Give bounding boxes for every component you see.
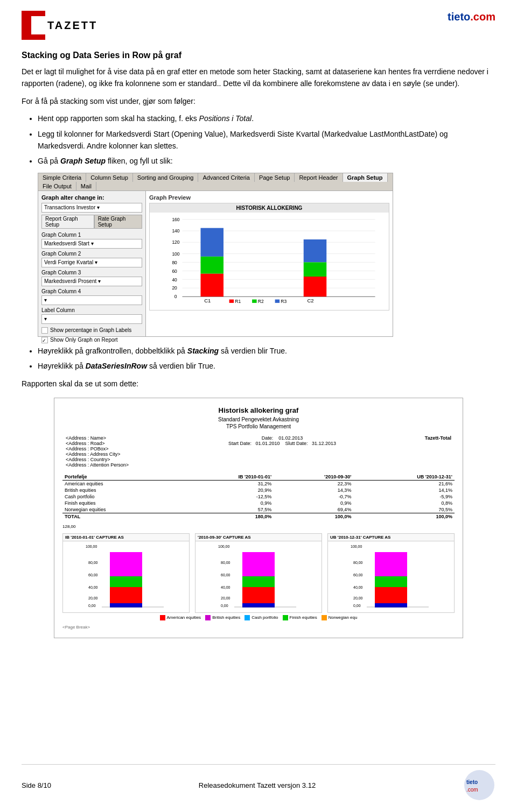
svg-text:20: 20 bbox=[172, 285, 177, 291]
graph-col4-dropdown[interactable]: ▾ bbox=[41, 295, 142, 305]
tab-sorting[interactable]: Sorting and Grouping bbox=[133, 173, 199, 182]
svg-text:80,00: 80,00 bbox=[221, 561, 230, 564]
svg-rect-66 bbox=[375, 552, 407, 576]
list-item-dataseriesinrow: Høyreklikk på DataSeriesInRow så verdien… bbox=[38, 360, 495, 372]
address-line: <Address : POBox> bbox=[66, 446, 169, 451]
page-header: TAZETT tieto.com bbox=[22, 11, 495, 40]
section-title: Stacking og Data Series in Row på graf bbox=[22, 51, 495, 60]
stacking-text: Stacking bbox=[187, 347, 219, 355]
paragraph1: Det er lagt til mulighet for å vise data… bbox=[22, 66, 495, 90]
tazett-logo-text: TAZETT bbox=[47, 19, 97, 32]
sub-tab-report-graph[interactable]: Report Graph Setup bbox=[41, 215, 94, 229]
graph-col3-label: Graph Column 3 bbox=[41, 270, 142, 276]
legend-color-cash bbox=[244, 615, 250, 620]
tab-report-header[interactable]: Report Header bbox=[295, 173, 343, 182]
tab-advanced[interactable]: Advanced Criteria bbox=[198, 173, 254, 182]
address-line: <Address : Name> bbox=[66, 435, 169, 441]
legend-color-british bbox=[205, 615, 211, 620]
sub-tab-rate-graph[interactable]: Rate Graph Setup bbox=[94, 215, 142, 229]
graph-preview-panel: Graph Preview HISTORISK ALLOKERING 160 1… bbox=[146, 191, 393, 336]
graph-col2-label: Graph Column 2 bbox=[41, 251, 142, 257]
graph-alter-title: Graph alter change in: bbox=[41, 194, 142, 201]
legend-american: American equities bbox=[160, 615, 201, 620]
svg-rect-42 bbox=[110, 552, 142, 576]
company-name: Tazett-Total bbox=[395, 435, 451, 441]
svg-rect-26 bbox=[304, 277, 327, 296]
label-col-dropdown[interactable]: ▾ bbox=[41, 314, 142, 324]
preview-chart-svg: 160 140 120 100 80 60 40 20 0 bbox=[150, 213, 389, 304]
col-header-q3: '2010-09-30' bbox=[274, 474, 353, 481]
svg-text:60,00: 60,00 bbox=[88, 573, 98, 577]
tab-graph-setup[interactable]: Graph Setup bbox=[343, 173, 388, 182]
svg-text:C2: C2 bbox=[307, 298, 313, 303]
list-item: Gå på Graph Setup fliken, og fyll ut sli… bbox=[38, 155, 495, 167]
graph-preview-title: Graph Preview bbox=[149, 194, 389, 201]
report-header-table: <Address : Name> <Address : Road> <Addre… bbox=[62, 434, 455, 469]
address-line: <Address : Road> bbox=[66, 441, 169, 446]
total-value: 128,00 bbox=[62, 524, 455, 529]
graph-ub: UB '2010-12-31' CAPTURE AS 100,00 80,00 … bbox=[327, 533, 455, 613]
tab-mail[interactable]: Mail bbox=[76, 182, 96, 190]
svg-text:60: 60 bbox=[172, 268, 177, 273]
tab-page-setup[interactable]: Page Setup bbox=[255, 173, 295, 182]
svg-rect-43 bbox=[110, 576, 142, 587]
show-only-graph-checkbox[interactable] bbox=[41, 337, 48, 343]
graph-col1-label: Graph Column 1 bbox=[41, 232, 142, 238]
page-footer: Side 8/10 Releasedokument Tazett versjon… bbox=[22, 764, 495, 801]
label-col-label: Label Column bbox=[41, 307, 142, 313]
tieto-footer-svg: tieto .com bbox=[463, 769, 495, 801]
report-data-table: Portefølje IB '2010-01-01' '2010-09-30' … bbox=[62, 474, 455, 520]
col-header-portfolio: Portefølje bbox=[62, 474, 178, 481]
graph-col2-dropdown[interactable]: Verdi Forrige Kvartal ▾ bbox=[41, 258, 142, 267]
svg-text:0,00: 0,00 bbox=[353, 604, 361, 608]
date-row: Date: 01.02.2013 bbox=[174, 435, 390, 441]
list-item-stacking: Høyreklikk på grafkontrollen, dobbeltkli… bbox=[38, 345, 495, 357]
svg-text:.com: .com bbox=[466, 787, 478, 793]
show-percentage-label: Show percentage in Graph Labels bbox=[50, 327, 131, 333]
table-row: American equities31,2%22,3%21,6% bbox=[62, 480, 455, 487]
address-line: <Address : Address City> bbox=[66, 451, 169, 457]
svg-text:60,00: 60,00 bbox=[353, 573, 363, 577]
legend-label-british: British equities bbox=[212, 615, 240, 620]
graph-col1-dropdown[interactable]: Markedsverdi Start ▾ bbox=[41, 239, 142, 249]
transactions-dropdown[interactable]: Transactions Investor ▾ bbox=[41, 203, 142, 213]
screenshot-tab-bar: Simple Criteria Column Setup Sorting and… bbox=[38, 173, 393, 191]
tieto-footer-logo: tieto .com bbox=[463, 769, 495, 801]
show-only-graph-row: Show Only Graph on Report bbox=[41, 337, 142, 343]
svg-rect-0 bbox=[22, 11, 45, 16]
tab-file-output[interactable]: File Output bbox=[38, 182, 76, 190]
svg-text:R3: R3 bbox=[281, 299, 287, 304]
graph-col3-dropdown[interactable]: Markedsverdi Prosent ▾ bbox=[41, 277, 142, 286]
svg-text:40: 40 bbox=[172, 277, 177, 282]
chart-title: HISTORISK ALLOKERING bbox=[150, 203, 389, 213]
tab-simple-criteria[interactable]: Simple Criteria bbox=[38, 173, 86, 182]
svg-text:20,00: 20,00 bbox=[353, 596, 363, 600]
svg-rect-55 bbox=[242, 576, 275, 587]
page-number: Side 8/10 bbox=[22, 781, 51, 789]
dataseriesinrow-text: DataSeriesInRow bbox=[86, 362, 147, 370]
svg-text:R2: R2 bbox=[258, 299, 264, 304]
svg-text:80,00: 80,00 bbox=[88, 561, 98, 564]
tieto-logo: tieto.com bbox=[448, 11, 495, 23]
svg-text:-20,00: -20,00 bbox=[218, 611, 229, 611]
legend-color-american bbox=[160, 615, 165, 620]
svg-rect-44 bbox=[110, 587, 142, 603]
table-row: Norwegian equities57,5%69,4%70,5% bbox=[62, 506, 455, 513]
graph-ib: IB '2010-01-01' CAPTURE AS 100,00 80,00 … bbox=[62, 533, 190, 613]
svg-point-71 bbox=[464, 770, 494, 800]
report-subtitle1: Standard Pengevektet Avkastning bbox=[62, 416, 455, 422]
legend-british: British equities bbox=[205, 615, 240, 620]
svg-rect-67 bbox=[375, 576, 407, 587]
address-line: <Address : Attention Person> bbox=[66, 462, 169, 468]
svg-text:60,00: 60,00 bbox=[221, 573, 230, 577]
svg-text:100,00: 100,00 bbox=[218, 545, 230, 548]
report-graphs-container: IB '2010-01-01' CAPTURE AS 100,00 80,00 … bbox=[62, 533, 455, 613]
show-percentage-checkbox[interactable] bbox=[41, 327, 48, 334]
tab-column-setup[interactable]: Column Setup bbox=[86, 173, 133, 182]
legend-area: American equities British equities Cash … bbox=[62, 615, 455, 620]
report-title: Historisk allokering graf bbox=[62, 406, 455, 414]
graph-col4-label: Graph Column 4 bbox=[41, 288, 142, 294]
svg-text:80: 80 bbox=[172, 259, 177, 265]
address-line: <Address : Country> bbox=[66, 457, 169, 462]
legend-label-american: American equities bbox=[167, 615, 201, 620]
